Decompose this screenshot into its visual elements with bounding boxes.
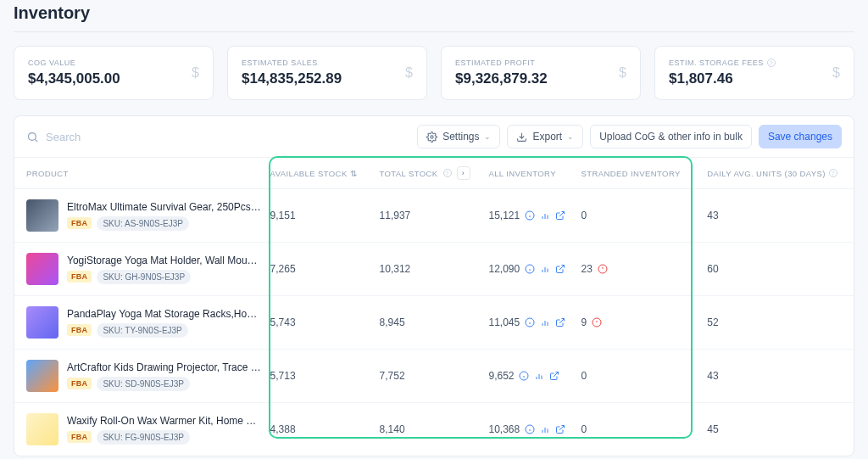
all-inventory-value: 10,368 (488, 423, 581, 435)
chart-icon[interactable] (534, 371, 544, 381)
info-icon[interactable] (525, 264, 535, 274)
page-title: Inventory (14, 3, 854, 23)
upload-label: Upload CoG & other info in bulk (599, 131, 743, 143)
daily-avg-value: 45 (707, 423, 842, 435)
gear-icon (426, 132, 437, 143)
divider (14, 31, 854, 32)
external-link-icon[interactable] (555, 264, 565, 274)
external-link-icon[interactable] (555, 424, 565, 434)
info-icon[interactable] (525, 317, 535, 327)
stat-value: $1,807.46 (669, 70, 776, 87)
product-thumbnail (26, 306, 58, 339)
sku-badge: SKU: TY-9N0S-EJ3P (97, 323, 187, 338)
table-body: EltroMax Ultimate Survival Gear, 250Pcs … (14, 189, 854, 456)
available-stock-value: 4,388 (270, 423, 380, 435)
chevron-down-icon: ⌄ (484, 132, 491, 141)
daily-avg-value: 43 (707, 370, 842, 382)
export-label: Export (532, 131, 562, 143)
product-thumbnail (26, 253, 58, 285)
svg-point-0 (29, 132, 36, 140)
all-inventory-value: 12,090 (488, 263, 581, 275)
toolbar-actions: Settings ⌄ Export ⌄ Upload CoG & other i… (417, 125, 842, 148)
col-stranded[interactable]: STRANDED INVENTORY (581, 169, 708, 178)
stat-label: COG VALUE (28, 59, 120, 67)
info-icon: ? (767, 59, 776, 67)
stat-card-fees: ESTIM. STORAGE FEES ? $1,807.46 $ (654, 46, 854, 100)
chart-icon[interactable] (540, 424, 550, 434)
chart-icon[interactable] (540, 264, 550, 274)
external-link-icon[interactable] (549, 371, 559, 381)
table-row[interactable]: YogiStorage Yoga Mat Holder, Wall Mount … (14, 243, 854, 296)
svg-line-27 (559, 319, 565, 324)
warning-icon[interactable] (592, 317, 602, 327)
upload-button[interactable]: Upload CoG & other info in bulk (590, 125, 752, 148)
stranded-inventory-value: 23 (581, 263, 708, 275)
stranded-inventory-value: 9 (581, 316, 708, 328)
total-stock-value: 8,945 (380, 316, 489, 328)
stat-card-cog: COG VALUE $4,345,005.00 $ (14, 46, 214, 100)
product-name: YogiStorage Yoga Mat Holder, Wall Mount … (67, 255, 262, 266)
svg-line-37 (554, 372, 559, 378)
warning-icon[interactable] (598, 264, 608, 274)
settings-label: Settings (442, 131, 479, 143)
available-stock-value: 5,713 (270, 370, 380, 382)
table-row[interactable]: Waxify Roll-On Wax Warmer Kit, Home Wa..… (14, 403, 854, 456)
search-wrapper[interactable] (26, 131, 232, 143)
export-button[interactable]: Export ⌄ (507, 125, 583, 148)
available-stock-value: 7,265 (270, 263, 380, 275)
search-input[interactable] (46, 131, 232, 143)
sku-badge: SKU: GH-9N0S-EJ3P (97, 270, 191, 284)
save-button[interactable]: Save changes (759, 125, 842, 148)
table-row[interactable]: PandaPlay Yoga Mat Storage Racks,Home ..… (14, 296, 854, 350)
product-thumbnail (26, 413, 58, 445)
dollar-icon: $ (192, 65, 199, 81)
dollar-icon: $ (405, 65, 413, 81)
product-name: Waxify Roll-On Wax Warmer Kit, Home Wa..… (67, 415, 262, 427)
external-link-icon[interactable] (555, 210, 565, 221)
stat-value: $9,326,879.32 (455, 70, 548, 87)
daily-avg-value: 52 (707, 316, 842, 328)
product-cell: Waxify Roll-On Wax Warmer Kit, Home Wa..… (26, 413, 270, 445)
stat-value: $14,835,252.89 (242, 70, 342, 87)
stats-row: COG VALUE $4,345,005.00 $ ESTIMATED SALE… (14, 46, 854, 100)
product-name: EltroMax Ultimate Survival Gear, 250Pcs … (67, 201, 262, 213)
all-inventory-value: 9,652 (488, 370, 581, 382)
external-link-icon[interactable] (555, 317, 565, 327)
info-icon[interactable] (525, 424, 535, 434)
chart-icon[interactable] (540, 317, 550, 327)
col-available[interactable]: AVAILABLE STOCK ⇅ (270, 169, 380, 178)
daily-avg-value: 60 (707, 263, 842, 275)
toolbar: Settings ⌄ Export ⌄ Upload CoG & other i… (14, 116, 854, 157)
total-stock-value: 10,312 (380, 263, 489, 275)
table-header: PRODUCT AVAILABLE STOCK ⇅ TOTAL STOCK ? … (14, 157, 854, 189)
stranded-inventory-value: 0 (581, 210, 708, 221)
search-icon (26, 131, 39, 143)
info-icon[interactable] (525, 210, 535, 221)
settings-button[interactable]: Settings ⌄ (417, 125, 500, 148)
table-row[interactable]: ArtCraftor Kids Drawing Projector, Trace… (14, 350, 854, 403)
fba-badge: FBA (67, 271, 92, 283)
chart-icon[interactable] (540, 210, 550, 221)
sku-badge: SKU: AS-9N0S-EJ3P (97, 216, 188, 231)
chevron-down-icon: ⌄ (567, 132, 574, 141)
total-stock-value: 11,937 (380, 210, 489, 221)
col-total[interactable]: TOTAL STOCK ? › (380, 166, 489, 180)
product-cell: PandaPlay Yoga Mat Storage Racks,Home ..… (26, 306, 270, 339)
info-icon: ? (443, 169, 452, 177)
svg-line-1 (35, 139, 37, 142)
col-daily-avg[interactable]: DAILY AVG. UNITS (30 DAYS) ? (707, 169, 842, 178)
col-product[interactable]: PRODUCT (26, 169, 270, 178)
info-icon[interactable] (519, 371, 529, 381)
svg-line-10 (559, 212, 565, 217)
fba-badge: FBA (67, 217, 92, 229)
dollar-icon: $ (619, 65, 626, 81)
expand-button[interactable]: › (457, 166, 470, 180)
daily-avg-value: 43 (707, 210, 842, 221)
svg-line-44 (559, 426, 565, 431)
col-all-inventory[interactable]: ALL INVENTORY (488, 169, 581, 178)
all-inventory-value: 11,045 (488, 316, 581, 328)
total-stock-value: 7,752 (380, 370, 489, 382)
download-icon (516, 132, 527, 143)
stat-card-profit: ESTIMATED PROFIT $9,326,879.32 $ (441, 46, 641, 100)
table-row[interactable]: EltroMax Ultimate Survival Gear, 250Pcs … (14, 189, 854, 243)
